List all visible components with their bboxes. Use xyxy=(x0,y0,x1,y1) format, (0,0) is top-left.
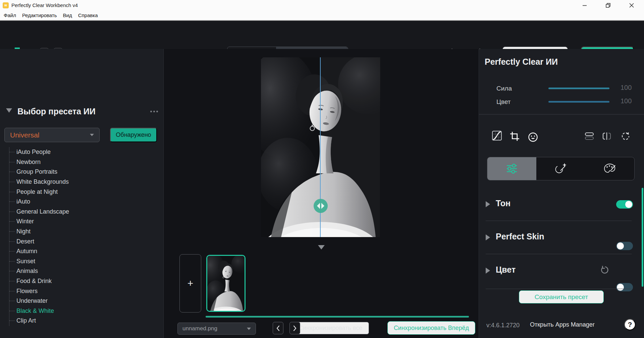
expand-tone-icon[interactable] xyxy=(486,201,490,207)
restore-icon xyxy=(605,2,611,8)
color-strength-value: 100 xyxy=(621,97,632,105)
tone-toggle[interactable] xyxy=(616,200,633,209)
help-button[interactable]: ? xyxy=(624,319,636,330)
divider xyxy=(486,221,632,221)
panel-scrollbar[interactable] xyxy=(642,188,643,287)
preset-item[interactable]: Food & Drink xyxy=(9,276,110,286)
skin-section-label: Perfect Skin xyxy=(496,232,544,241)
chevron-down-icon xyxy=(90,134,94,136)
tab-retouch[interactable] xyxy=(536,157,585,180)
preset-category-value: Universal xyxy=(10,131,40,139)
minimize-button[interactable] xyxy=(577,0,592,11)
reset-color-button[interactable] xyxy=(600,266,609,275)
curves-button[interactable] xyxy=(492,130,502,141)
face-detect-button[interactable] xyxy=(528,132,538,142)
detected-button[interactable]: Обнаружено xyxy=(110,128,157,142)
strength-slider[interactable] xyxy=(548,88,609,89)
flip-horizontal-icon xyxy=(602,132,611,140)
menubar: Файл Редактировать Вид Справка xyxy=(0,11,644,21)
preset-item-selected[interactable]: Black & White xyxy=(9,306,110,316)
apps-manager-link[interactable]: Открыть Apps Manager xyxy=(530,321,595,328)
close-icon xyxy=(629,2,635,8)
crop-icon xyxy=(509,131,520,142)
chevron-right-icon xyxy=(292,325,298,332)
flip-vertical-icon xyxy=(585,132,594,140)
preset-item[interactable]: Group Portraits xyxy=(9,167,110,177)
toggle-knob xyxy=(617,242,624,249)
main-toolbar: − + 66% Простой режим Режим редактирован… xyxy=(0,21,644,49)
adjustment-tabs xyxy=(487,157,635,180)
file-dropdown[interactable]: unnamed.png xyxy=(177,323,256,335)
app-icon: w xyxy=(3,2,9,8)
menu-help[interactable]: Справка xyxy=(75,11,101,20)
photo-after-region xyxy=(320,57,380,237)
preset-item[interactable]: Sunset xyxy=(9,257,110,267)
color-section-label: Цвет xyxy=(496,265,516,275)
rotate-button[interactable] xyxy=(621,131,630,141)
collapse-presets-icon[interactable] xyxy=(6,108,12,113)
preset-item[interactable]: iAuto xyxy=(9,197,110,207)
preset-panel: Выбор пресета ИИ Universal Обнаружено iA… xyxy=(0,49,164,338)
face-wand-icon xyxy=(554,163,568,175)
tab-adjustments[interactable] xyxy=(487,157,536,180)
before-after-handle[interactable] xyxy=(314,199,328,213)
titlebar: w Perfectly Clear Workbench v4 xyxy=(0,0,644,11)
reset-icon xyxy=(600,266,609,275)
strength-label: Сила xyxy=(496,85,512,92)
color-strength-label: Цвет xyxy=(496,98,511,106)
preset-item[interactable]: Newborn xyxy=(9,157,110,167)
preset-item[interactable]: iAuto People xyxy=(9,147,110,157)
close-button[interactable] xyxy=(624,0,639,11)
preset-menu-icon[interactable] xyxy=(150,111,158,112)
preset-item[interactable]: People at Night xyxy=(9,187,110,197)
preset-panel-title: Выбор пресета ИИ xyxy=(17,107,96,116)
preset-item[interactable]: Underwater xyxy=(9,296,110,306)
crop-button[interactable] xyxy=(509,131,520,142)
version-text: v:4.6.1.2720 xyxy=(486,322,520,329)
preset-item[interactable]: Animals xyxy=(9,266,110,276)
color-strength-slider[interactable] xyxy=(548,101,609,103)
skin-toggle[interactable] xyxy=(616,242,633,250)
preset-item[interactable]: Autumn xyxy=(9,246,110,257)
save-preset-button[interactable]: Сохранить пресет xyxy=(519,290,604,303)
flip-horizontal-button[interactable] xyxy=(602,132,611,140)
next-image-button[interactable] xyxy=(289,322,300,334)
preset-item[interactable]: Night xyxy=(9,227,110,237)
smiley-icon xyxy=(528,132,538,142)
flip-vertical-button[interactable] xyxy=(585,132,594,140)
preset-item[interactable]: White Backgrounds xyxy=(9,177,110,187)
divider xyxy=(479,114,644,115)
menu-view[interactable]: Вид xyxy=(60,11,75,20)
tone-section-label: Тон xyxy=(496,199,511,208)
expand-color-icon[interactable] xyxy=(486,268,490,274)
file-name: unnamed.png xyxy=(182,325,217,332)
compare-arrows-icon xyxy=(315,202,326,210)
sync-forward-button[interactable]: Синхронизировать Вперёд xyxy=(387,321,475,335)
previous-image-button[interactable] xyxy=(273,322,283,334)
rotate-icon xyxy=(621,131,630,141)
preset-category-dropdown[interactable]: Universal xyxy=(4,128,100,142)
preset-item[interactable]: Desert xyxy=(9,236,110,246)
collapse-filmstrip-button[interactable] xyxy=(318,245,325,249)
chevron-left-icon xyxy=(275,325,281,332)
preset-item[interactable]: General Landscape xyxy=(9,207,110,217)
preset-list: iAuto People Newborn Group Portraits Whi… xyxy=(9,147,110,326)
preset-item[interactable]: Winter xyxy=(9,217,110,227)
tab-color-palette[interactable] xyxy=(585,157,634,180)
add-image-button[interactable]: + xyxy=(179,254,201,313)
divider xyxy=(486,289,632,289)
color-toggle[interactable] xyxy=(616,283,633,291)
minimize-icon xyxy=(582,2,588,8)
restore-button[interactable] xyxy=(600,0,616,11)
filmstrip-thumbnail[interactable] xyxy=(206,255,246,312)
menu-file[interactable]: Файл xyxy=(1,11,19,20)
preset-item[interactable]: Flowers xyxy=(9,286,110,296)
strength-value: 100 xyxy=(621,84,632,92)
divider xyxy=(486,254,632,254)
preset-item[interactable]: Clip Art xyxy=(9,316,110,326)
filmstrip-progress-bar xyxy=(206,316,469,318)
sync-all-button[interactable]: Синхронизировать все xyxy=(292,322,369,334)
menu-edit[interactable]: Редактировать xyxy=(19,11,60,20)
expand-skin-icon[interactable] xyxy=(486,234,490,240)
toggle-knob xyxy=(625,201,632,208)
